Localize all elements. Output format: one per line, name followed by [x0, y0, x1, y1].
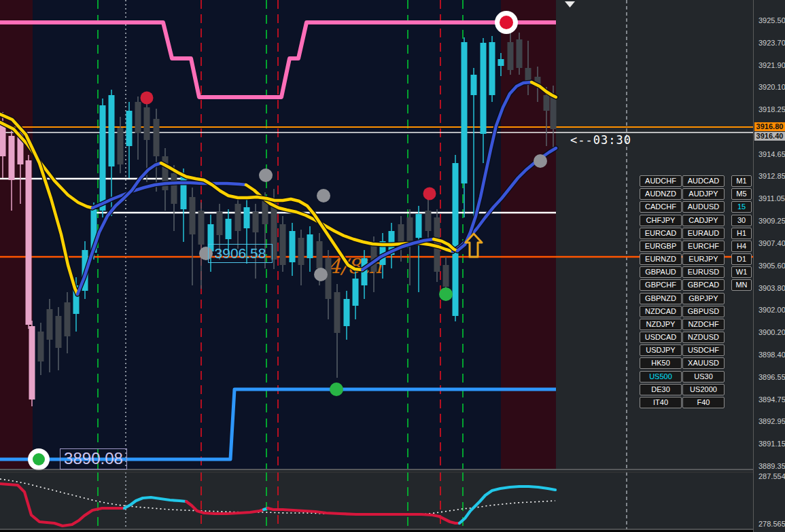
- neutral-signal-dot: [534, 154, 547, 168]
- candle-body: [244, 207, 250, 228]
- neutral-signal-dot: [259, 169, 273, 182]
- symbol-button-audusd[interactable]: AUDUSD: [682, 201, 725, 213]
- support-price-label[interactable]: 3890.08: [60, 448, 127, 469]
- candle-body: [489, 42, 495, 95]
- candle-body: [47, 309, 53, 340]
- symbol-button-eurjpy[interactable]: EURJPY: [682, 253, 725, 265]
- candle-body: [135, 102, 141, 133]
- axis-tick-label: 3911.05: [758, 194, 785, 202]
- candle-body: [407, 217, 413, 241]
- symbol-button-usdchf[interactable]: USDCHF: [682, 344, 725, 356]
- symbol-button-euraud[interactable]: EURAUD: [682, 228, 725, 239]
- symbol-button-eurusd[interactable]: EURUSD: [682, 266, 725, 278]
- symbol-button-cadchf[interactable]: CADCHF: [640, 201, 682, 213]
- axis-tick-label: 3903.80: [758, 284, 785, 292]
- candle-body: [226, 219, 232, 239]
- symbol-button-f40[interactable]: F40: [682, 397, 725, 408]
- symbol-button-it40[interactable]: IT40: [640, 397, 682, 408]
- axis-tick-label: 3914.65: [758, 150, 785, 158]
- timeframe-button-30[interactable]: 30: [731, 215, 752, 226]
- candle-body: [453, 163, 459, 316]
- axis-tick-label: 3892.95: [758, 417, 785, 425]
- symbol-button-nzdchf[interactable]: NZDCHF: [682, 319, 725, 330]
- candle-body: [217, 212, 223, 235]
- symbol-button-gbpnzd[interactable]: GBPNZD: [640, 293, 682, 304]
- axis-tick-label: 3894.75: [758, 395, 785, 404]
- candle-body: [416, 214, 422, 238]
- candle-body: [9, 136, 15, 180]
- candle-body: [126, 111, 133, 146]
- sell-signal-dot: [141, 92, 154, 105]
- axis-tick-label: 3923.70: [758, 39, 785, 47]
- candle-body: [154, 119, 160, 156]
- candle-body: [551, 95, 557, 129]
- timeframe-button-h4[interactable]: H4: [731, 241, 752, 252]
- target-marker-dot: [500, 16, 513, 29]
- symbol-button-gbpcad[interactable]: GBPCAD: [682, 279, 725, 291]
- indicator-axis-label: 287.554: [758, 472, 785, 480]
- trading-terminal-window: 4/8th <--03:30 3906.58 3890.08 3916.80 3…: [0, 0, 785, 532]
- symbol-button-xauusd[interactable]: XAUUSD: [682, 357, 725, 369]
- buy-signal-dot: [330, 383, 343, 396]
- symbol-button-eurnzd[interactable]: EURNZD: [640, 253, 682, 265]
- timeframe-button-mn[interactable]: MN: [731, 279, 752, 291]
- candle-body: [253, 212, 259, 232]
- symbol-button-de30[interactable]: DE30: [640, 384, 682, 395]
- price-axis: 3916.80 3916.40 3925.503923.703921.90392…: [753, 0, 785, 532]
- candle-body: [280, 224, 286, 265]
- symbol-button-gbpaud[interactable]: GBPAUD: [640, 266, 682, 278]
- symbol-button-eurchf[interactable]: EURCHF: [682, 241, 725, 252]
- symbol-button-usdjpy[interactable]: USDJPY: [640, 344, 682, 356]
- candle-body: [26, 160, 32, 325]
- symbol-button-gbpchf[interactable]: GBPCHF: [640, 279, 682, 291]
- candle-body: [517, 39, 523, 68]
- candle-body: [56, 316, 62, 348]
- symbol-button-nzdusd[interactable]: NZDUSD: [682, 332, 725, 343]
- symbol-button-gbpusd[interactable]: GBPUSD: [682, 306, 725, 317]
- symbol-button-us500[interactable]: US500: [640, 371, 682, 383]
- timeframe-button-w1[interactable]: W1: [731, 266, 752, 278]
- symbol-button-usdcad[interactable]: USDCAD: [640, 332, 682, 343]
- timeframe-button-h1[interactable]: H1: [731, 228, 752, 239]
- symbol-button-us2000[interactable]: US2000: [682, 384, 725, 395]
- candle-body: [498, 59, 504, 66]
- symbol-button-eurcad[interactable]: EURCAD: [640, 228, 682, 239]
- axis-tick-label: 3896.55: [758, 373, 785, 381]
- timeframe-button-m1[interactable]: M1: [731, 175, 752, 187]
- symbol-button-hk50[interactable]: HK50: [640, 357, 682, 369]
- candle-body: [425, 211, 432, 231]
- axis-tick-label: 3900.20: [758, 328, 785, 336]
- candle-body: [118, 128, 124, 164]
- symbol-button-eurgbp[interactable]: EURGBP: [640, 241, 682, 252]
- candle-body: [171, 173, 177, 204]
- axis-tick-label: 3918.25: [758, 105, 785, 113]
- candle-body: [144, 107, 150, 140]
- symbol-button-gbpjpy[interactable]: GBPJPY: [682, 293, 725, 304]
- candle-body: [461, 42, 468, 183]
- candle-body: [29, 326, 35, 400]
- neutral-signal-dot: [314, 268, 328, 281]
- symbol-button-nzdcad[interactable]: NZDCAD: [640, 306, 682, 317]
- symbol-button-audjpy[interactable]: AUDJPY: [682, 188, 725, 200]
- symbol-button-audcad[interactable]: AUDCAD: [682, 175, 725, 187]
- timeframe-button-15[interactable]: 15: [731, 201, 752, 213]
- timeframe-button-d1[interactable]: D1: [731, 253, 752, 265]
- timeframe-button-m5[interactable]: M5: [731, 188, 752, 200]
- symbol-button-cadjpy[interactable]: CADJPY: [682, 215, 725, 226]
- candle-body: [198, 211, 205, 245]
- indicator-axis-label: 278.565: [758, 520, 785, 528]
- symbol-button-audnzd[interactable]: AUDNZD: [640, 188, 682, 200]
- axis-tick-label: 3912.85: [758, 172, 785, 180]
- symbol-button-us30[interactable]: US30: [682, 371, 725, 383]
- axis-tick-label: 3907.40: [758, 239, 785, 247]
- level-price-label[interactable]: 3906.58: [208, 244, 273, 263]
- axis-tick-label: 3902.00: [758, 306, 785, 314]
- neutral-signal-dot: [317, 189, 330, 202]
- symbol-button-chfjpy[interactable]: CHFJPY: [640, 215, 682, 226]
- buy-signal-dot: [439, 287, 453, 301]
- candle-body: [109, 95, 115, 166]
- symbol-button-nzdjpy[interactable]: NZDJPY: [640, 319, 682, 330]
- symbol-button-audchf[interactable]: AUDCHF: [640, 175, 682, 187]
- candle-body: [190, 197, 196, 234]
- axis-tick-label: 3905.60: [758, 262, 785, 270]
